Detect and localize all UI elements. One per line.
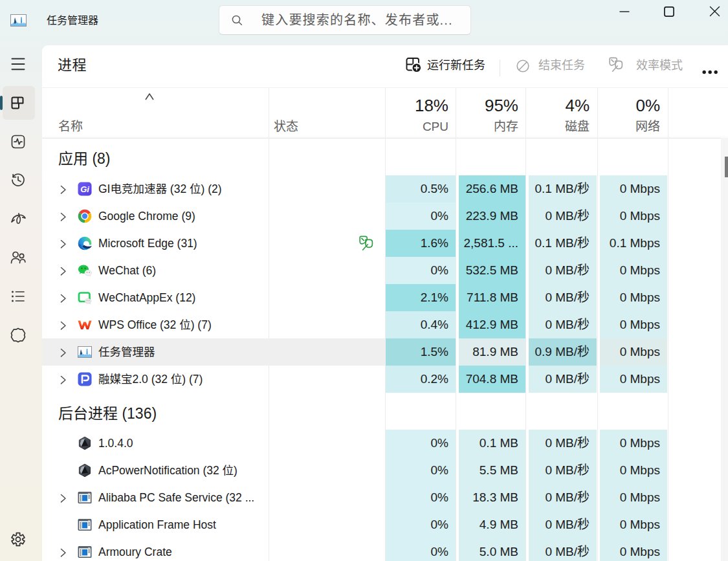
svg-text:Gi: Gi [80, 184, 89, 194]
